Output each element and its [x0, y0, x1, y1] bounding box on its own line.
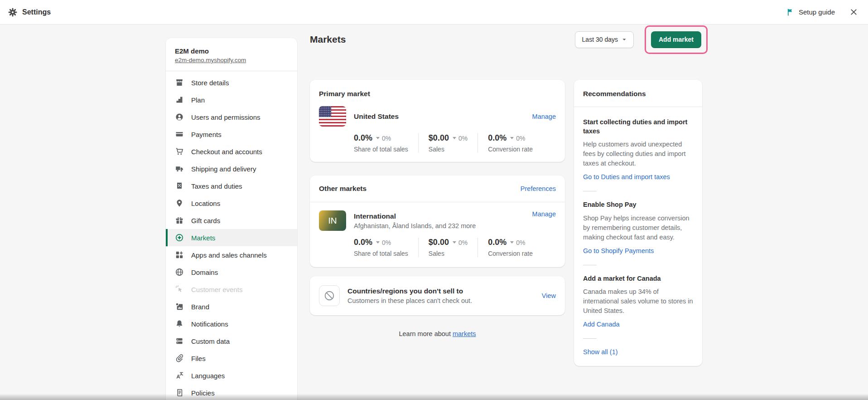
stat-label: Conversion rate — [488, 146, 533, 153]
sidebar-item-gift-cards[interactable]: Gift cards — [166, 212, 297, 229]
store-icon — [175, 78, 184, 87]
stat-label: Share of total sales — [354, 250, 408, 257]
sidebar-item-locations[interactable]: Locations — [166, 195, 297, 212]
sidebar-item-label: Store details — [191, 79, 229, 87]
sidebar-item-label: Policies — [191, 389, 215, 397]
stat-delta-value: 0% — [516, 135, 525, 142]
international-market-stats: 0.0% 0% Share of total sales $0.00 0% — [354, 238, 556, 257]
stat-sales: $0.00 0% Sales — [418, 133, 477, 153]
view-excluded-countries-link[interactable]: View — [542, 292, 556, 299]
sidebar-item-label: Plan — [191, 96, 205, 104]
sidebar-item-label: Domains — [191, 268, 218, 276]
preferences-link[interactable]: Preferences — [521, 185, 556, 192]
delta-caret-icon — [453, 241, 456, 245]
sidebar-item-shipping-and-delivery[interactable]: Shipping and delivery — [166, 160, 297, 177]
recommendation-shop-pay: Enable Shop Pay Shop Pay helps increase … — [583, 191, 693, 265]
document-icon — [175, 388, 184, 397]
show-all-link[interactable]: Show all (1) — [583, 348, 618, 356]
sidebar-item-label: Customer events — [191, 286, 242, 293]
sidebar-item-label: Taxes and duties — [191, 182, 242, 190]
sidebar-item-brand[interactable]: Brand — [166, 298, 297, 315]
markets-docs-link[interactable]: markets — [453, 330, 476, 337]
manage-international-link[interactable]: Manage — [532, 210, 556, 218]
users-icon — [175, 112, 184, 122]
recommendation-title: Enable Shop Pay — [583, 200, 693, 210]
primary-market-card: Primary market United States Manage 0.0%… — [310, 80, 565, 162]
delta-caret-icon — [376, 241, 380, 245]
stat-share-of-total-sales: 0.0% 0% Share of total sales — [354, 133, 418, 153]
sidebar-item-custom-data[interactable]: Custom data — [166, 332, 297, 350]
learn-more-text: Learn more about — [399, 330, 450, 337]
sidebar-item-label: Payments — [191, 131, 222, 138]
sidebar-item-policies[interactable]: Policies — [166, 384, 297, 400]
sidebar-item-label: Gift cards — [191, 217, 220, 224]
page-context-title: Settings — [22, 8, 51, 16]
stat-value: $0.00 — [429, 133, 449, 143]
close-icon[interactable] — [849, 8, 858, 16]
gift-icon — [175, 216, 184, 225]
sidebar-item-payments[interactable]: Payments — [166, 126, 297, 143]
settings-nav: Store details Plan Users and permissions… — [166, 71, 297, 400]
paperclip-icon — [175, 354, 184, 363]
stat-label: Sales — [429, 250, 468, 257]
sidebar-item-label: Users and permissions — [191, 113, 260, 121]
manage-primary-market-link[interactable]: Manage — [532, 113, 556, 120]
sidebar-item-label: Markets — [191, 234, 215, 242]
sidebar-item-files[interactable]: Files — [166, 350, 297, 367]
brand-image-icon — [175, 302, 184, 311]
stat-value: $0.00 — [429, 238, 449, 247]
setup-guide-label: Setup guide — [799, 8, 835, 16]
sidebar-item-customer-events[interactable]: Customer events — [166, 281, 297, 298]
sidebar-item-apps-and-sales-channels[interactable]: Apps and sales channels — [166, 246, 297, 263]
add-market-button[interactable]: Add market — [651, 31, 701, 48]
stat-conversion-rate: 0.0% 0% Conversion rate — [477, 238, 543, 257]
stat-value: 0.0% — [354, 133, 372, 143]
store-header: E2M demo e2m-demo.myshopify.com — [166, 38, 297, 71]
settings-sidebar: E2M demo e2m-demo.myshopify.com Store de… — [166, 38, 297, 400]
recommendation-canada: Add a market for Canada Canada makes up … — [583, 265, 693, 339]
learn-more-footer: Learn more about markets — [310, 330, 565, 337]
sidebar-item-checkout-and-accounts[interactable]: Checkout and accounts — [166, 143, 297, 160]
store-domain-link[interactable]: e2m-demo.myshopify.com — [175, 57, 246, 63]
stat-share-of-total-sales: 0.0% 0% Share of total sales — [354, 238, 418, 257]
sidebar-item-taxes-and-duties[interactable]: Taxes and duties — [166, 177, 297, 195]
excluded-countries-description: Customers in these places can't check ou… — [347, 297, 542, 304]
main-header: Markets Last 30 days Add market — [310, 25, 702, 54]
recommendation-duties: Start collecting duties and import taxes… — [583, 109, 693, 191]
international-market-row: IN International Afghanistan, Åland Isla… — [319, 210, 556, 231]
sidebar-item-domains[interactable]: Domains — [166, 263, 297, 281]
primary-market-row: United States Manage — [319, 106, 556, 127]
sidebar-item-store-details[interactable]: Store details — [166, 74, 297, 91]
add-canada-link[interactable]: Add Canada — [583, 321, 620, 328]
cursor-click-icon — [175, 285, 184, 294]
sidebar-item-notifications[interactable]: Notifications — [166, 315, 297, 332]
stat-value: 0.0% — [488, 238, 506, 247]
add-market-highlight-annotation: Add market — [645, 25, 708, 54]
sidebar-item-markets[interactable]: Markets — [166, 229, 297, 246]
plan-icon — [175, 95, 184, 104]
stat-label: Conversion rate — [488, 250, 533, 257]
payments-icon — [175, 130, 184, 139]
database-icon — [175, 337, 184, 346]
stat-sales: $0.00 0% Sales — [418, 238, 477, 257]
page-title: Markets — [310, 34, 575, 45]
primary-market-stats: 0.0% 0% Share of total sales $0.00 0% Sa… — [354, 133, 556, 153]
sidebar-item-plan[interactable]: Plan — [166, 91, 297, 108]
other-markets-heading: Other markets — [319, 185, 366, 193]
stat-label: Sales — [429, 146, 468, 153]
sidebar-item-languages[interactable]: Languages — [166, 367, 297, 384]
go-to-shopify-payments-link[interactable]: Go to Shopify Payments — [583, 247, 654, 254]
recommendation-title: Start collecting duties and import taxes — [583, 118, 693, 136]
market-name: International — [354, 212, 532, 220]
stat-delta-value: 0% — [458, 135, 468, 142]
delta-caret-icon — [510, 241, 514, 245]
translate-icon — [175, 371, 184, 380]
setup-guide-button[interactable]: Setup guide — [786, 8, 835, 16]
go-to-duties-link[interactable]: Go to Duties and import taxes — [583, 173, 670, 180]
stat-delta-value: 0% — [382, 135, 391, 142]
receipt-percent-icon — [175, 181, 184, 190]
chevron-down-icon — [622, 37, 627, 42]
date-range-dropdown[interactable]: Last 30 days — [575, 31, 634, 48]
sidebar-item-users-and-permissions[interactable]: Users and permissions — [166, 108, 297, 126]
delta-caret-icon — [376, 137, 380, 141]
